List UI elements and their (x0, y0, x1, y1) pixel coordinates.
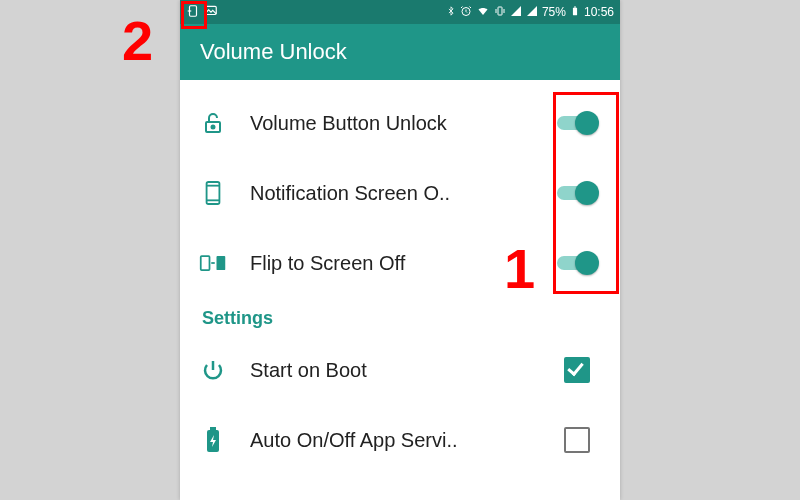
checkbox-auto-onoff[interactable] (552, 427, 602, 453)
flip-icon (198, 252, 228, 274)
bluetooth-icon (446, 5, 456, 20)
toggle-volume-unlock[interactable] (552, 111, 602, 135)
toggle-flip-screen[interactable] (552, 251, 602, 275)
svg-rect-14 (210, 427, 216, 430)
unlock-icon (198, 111, 228, 135)
battery-icon (570, 4, 580, 21)
svg-rect-5 (574, 6, 576, 7)
row-label: Volume Button Unlock (250, 112, 552, 135)
battery-pct: 75% (542, 5, 566, 19)
phone-outline-icon (198, 180, 228, 206)
row-label: Flip to Screen Off (250, 252, 552, 275)
svg-rect-4 (573, 7, 577, 15)
toggle-notification-screen[interactable] (552, 181, 602, 205)
power-icon (198, 358, 228, 382)
svg-rect-11 (201, 256, 210, 270)
row-label: Start on Boot (250, 359, 552, 382)
svg-rect-12 (217, 256, 226, 270)
app-bar: Volume Unlock (180, 24, 620, 80)
row-start-on-boot[interactable]: Start on Boot (180, 335, 620, 405)
status-right: 75% 10:56 (446, 4, 614, 21)
notification-app-icon (186, 4, 200, 21)
phone-frame: 75% 10:56 Volume Unlock Volume Button Un… (180, 0, 620, 500)
signal-icon-2 (526, 5, 538, 20)
svg-rect-3 (498, 7, 502, 15)
wifi-icon (476, 5, 490, 20)
page-title: Volume Unlock (200, 39, 347, 65)
row-auto-onoff-service[interactable]: Auto On/Off App Servi.. (180, 405, 620, 475)
battery-icon (198, 427, 228, 453)
row-label: Notification Screen O.. (250, 182, 552, 205)
svg-point-7 (212, 126, 215, 129)
image-icon (204, 4, 218, 21)
clock-time: 10:56 (584, 5, 614, 19)
row-volume-button-unlock[interactable]: Volume Button Unlock (180, 88, 620, 158)
status-left (186, 4, 218, 21)
row-label: Auto On/Off App Servi.. (250, 429, 552, 452)
section-header-settings: Settings (180, 298, 620, 335)
signal-icon (510, 5, 522, 20)
status-bar: 75% 10:56 (180, 0, 620, 24)
alarm-icon (460, 5, 472, 20)
vibrate-icon (494, 5, 506, 20)
settings-list: Volume Button Unlock Notification Screen… (180, 80, 620, 475)
checkbox-start-on-boot[interactable] (552, 357, 602, 383)
row-flip-screen-off[interactable]: Flip to Screen Off (180, 228, 620, 298)
annotation-marker-2: 2 (122, 8, 153, 73)
row-notification-screen-on[interactable]: Notification Screen O.. (180, 158, 620, 228)
